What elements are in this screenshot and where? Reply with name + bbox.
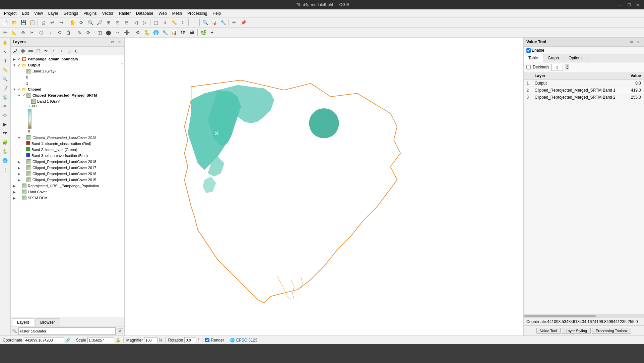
open-layer-attr[interactable]: 📋 — [35, 47, 42, 55]
layer-item[interactable]: Band 1 (Gray) — [11, 98, 124, 104]
magnifier-input[interactable] — [144, 337, 157, 343]
layer-item[interactable]: ▼ ✓ 📁 Clipped — [11, 86, 124, 92]
enable-checkbox[interactable] — [526, 48, 531, 53]
layers-panel-float[interactable]: ⧉ — [110, 39, 116, 45]
tool-digitize[interactable]: ✏ — [1, 102, 9, 110]
layer-check-icon[interactable]: ✓ — [21, 93, 26, 98]
pin-button[interactable]: 📌 — [239, 18, 248, 27]
layer-check-icon[interactable] — [17, 195, 21, 201]
open-project-button[interactable]: 📂 — [10, 18, 18, 27]
layer-item[interactable]: ▶ Clipped_Reprojected_LandCover 2018 — [11, 159, 124, 165]
layer-item[interactable]: ▶ SRTM DEM — [11, 195, 124, 201]
layer-item[interactable]: ▶ Clipped_Reprojected_LandCover 2015 — [11, 177, 124, 183]
tab-layers[interactable]: Layers — [12, 318, 34, 326]
tool-processing[interactable]: ▶ — [1, 120, 9, 128]
tool-edit[interactable]: ⚙ — [1, 111, 9, 119]
layer-item[interactable]: ▶ ✓ Pampanga_admin_boundary — [11, 56, 124, 62]
tb2-btn-8[interactable]: 🗑 — [64, 28, 73, 37]
zoom-next-button[interactable]: ▷ — [140, 18, 149, 27]
tool-python[interactable]: 🐍 — [1, 147, 9, 156]
menu-edit[interactable]: Edit — [19, 10, 31, 16]
vt-close-button[interactable]: ✕ — [635, 39, 641, 45]
print-button[interactable]: 🖨 — [39, 18, 48, 27]
enable-label[interactable]: Enable — [526, 48, 544, 53]
tab-table[interactable]: Table — [524, 54, 543, 62]
value-tool-button[interactable]: Value Tool — [536, 328, 561, 334]
layer-check-icon[interactable] — [26, 99, 31, 104]
tool-measure[interactable]: 📏 — [1, 65, 9, 74]
open-layer-style[interactable]: 🖌 — [11, 47, 19, 55]
zoom-full-button[interactable]: ⊞ — [104, 18, 113, 27]
save-as-button[interactable]: 📋 — [28, 18, 37, 27]
pan-button[interactable]: ✋ — [68, 18, 77, 27]
decimals-checkbox[interactable] — [526, 65, 531, 69]
layer-item[interactable]: ▶ Clipped_Reprojected_LandCover 2016 — [11, 171, 124, 177]
select-features[interactable]: ⬚ — [151, 18, 160, 27]
tb2-btn-12[interactable]: ⬤ — [104, 28, 113, 37]
remove-layer[interactable]: ➖ — [27, 47, 34, 55]
expand-all[interactable]: ⊞ — [65, 47, 73, 55]
layer-check-icon[interactable]: ✓ — [17, 62, 21, 68]
tb2-btn-4[interactable]: ✂ — [28, 28, 37, 37]
undo-button[interactable]: ↩ — [48, 18, 57, 27]
scale-input[interactable] — [87, 337, 114, 343]
tb2-btn-2[interactable]: 📐 — [10, 28, 18, 37]
pan-to-selection[interactable]: ⟳ — [77, 18, 86, 27]
decimals-spinner[interactable]: ▲ ▼ — [565, 64, 569, 70]
move-down[interactable]: ↓ — [58, 47, 65, 55]
decimals-down[interactable]: ▼ — [565, 67, 569, 70]
menu-help[interactable]: Help — [210, 10, 224, 16]
layer-check-icon[interactable] — [21, 171, 26, 176]
tb2-btn-19[interactable]: 📊 — [170, 28, 178, 37]
tb2-btn-9[interactable]: ✎ — [75, 28, 84, 37]
minimize-button[interactable]: — — [617, 2, 624, 7]
search-input[interactable] — [18, 327, 116, 335]
tool-zoom[interactable]: 🔍 — [1, 74, 9, 83]
add-layer[interactable]: ➕ — [19, 47, 26, 55]
save-project-button[interactable]: 💾 — [19, 18, 27, 27]
layer-styling-button[interactable]: Layer Styling — [562, 328, 591, 334]
menu-mesh[interactable]: Mesh — [170, 10, 185, 16]
tb2-btn-6[interactable]: ↕ — [46, 28, 55, 37]
menu-project[interactable]: Project — [1, 10, 19, 16]
layer-check-icon[interactable] — [21, 159, 26, 164]
menu-processing[interactable]: Processing — [185, 10, 210, 16]
rotation-input[interactable] — [184, 337, 196, 343]
layer-check-icon[interactable]: ✓ — [17, 56, 21, 62]
maximize-button[interactable]: □ — [627, 2, 632, 7]
vt-float-button[interactable]: ⧉ — [628, 39, 634, 45]
tool-annotate[interactable]: 📝 — [1, 84, 9, 92]
decimals-input[interactable] — [551, 64, 563, 70]
digitize-btn[interactable]: ✏ — [230, 18, 239, 27]
tb2-btn-18[interactable]: 🔧 — [160, 28, 169, 37]
coordinate-input[interactable] — [24, 337, 64, 343]
menu-raster[interactable]: Raster — [116, 10, 133, 16]
layer-item[interactable]: Band 1 (Gray) — [11, 68, 124, 74]
tb2-btn-14[interactable]: ➕ — [122, 28, 131, 37]
tool-gps[interactable]: 📡 — [1, 93, 9, 101]
tb2-btn-23[interactable]: ✦ — [208, 28, 216, 37]
measure-button[interactable]: 📏 — [170, 18, 178, 27]
menu-layer[interactable]: Layer — [46, 10, 61, 16]
tool-select[interactable]: ↖ — [1, 47, 9, 56]
zoom-selection-button[interactable]: ⊡ — [113, 18, 122, 27]
menu-web[interactable]: Web — [156, 10, 169, 16]
render-checkbox[interactable] — [205, 338, 209, 342]
close-button[interactable]: ✕ — [635, 2, 641, 7]
scrollbar-thumb[interactable] — [524, 315, 596, 317]
vt-scrollbar[interactable] — [524, 314, 644, 318]
layer-check-icon[interactable] — [21, 135, 26, 140]
tb2-btn-3[interactable]: ⊕ — [19, 28, 27, 37]
layer-item[interactable]: ▼ ✓ Clipped_Reprojected_Merged_SRTM — [11, 92, 124, 98]
window-controls[interactable]: — □ ✕ — [617, 2, 641, 7]
zoom-last-button[interactable]: ◁ — [131, 18, 140, 27]
menu-view[interactable]: View — [31, 10, 46, 16]
processing-toolbox-button[interactable]: Processing Toolbox — [592, 328, 631, 334]
search-button[interactable]: 🔍 — [201, 18, 209, 27]
layer-check-icon[interactable] — [21, 177, 26, 183]
decimals-up[interactable]: ▲ — [565, 64, 569, 67]
search-clear-button[interactable]: ✕ — [117, 328, 123, 334]
identify-button[interactable]: ℹ — [160, 18, 169, 27]
tool-pan[interactable]: ✋ — [1, 38, 9, 47]
tb2-btn-15[interactable]: ⚙ — [133, 28, 142, 37]
